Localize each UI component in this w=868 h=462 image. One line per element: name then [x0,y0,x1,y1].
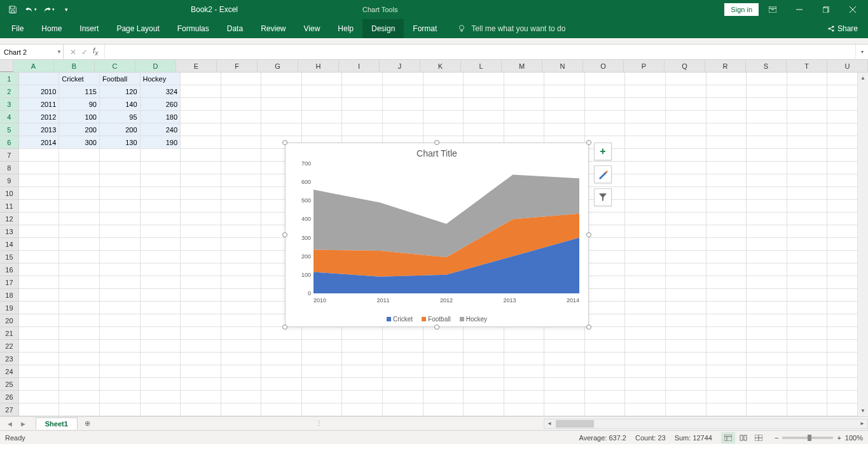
zoom-thumb[interactable] [808,435,811,441]
cell[interactable] [181,391,221,403]
cell[interactable] [302,365,343,378]
column-header[interactable]: O [583,60,624,72]
cell[interactable] [747,403,787,416]
cell[interactable] [504,111,545,123]
cell[interactable] [221,136,262,149]
cell[interactable] [585,263,626,276]
cell[interactable] [141,238,181,251]
cell[interactable] [504,365,545,378]
cell[interactable] [747,162,787,174]
column-header[interactable]: H [298,60,339,72]
cell[interactable] [585,289,626,302]
cell[interactable]: 100 [59,111,100,123]
cell[interactable] [544,391,585,403]
cell[interactable] [585,238,626,251]
cell[interactable] [141,149,181,162]
cell[interactable] [100,162,141,174]
cell[interactable] [302,123,343,136]
cell[interactable] [59,213,100,225]
cell[interactable] [666,238,706,251]
tab-format[interactable]: Format [404,19,446,38]
cell[interactable] [747,340,787,353]
undo-button[interactable]: ▾ [23,2,38,17]
zoom-in-button[interactable]: + [837,434,841,442]
cell[interactable]: 130 [100,136,141,149]
chart-object[interactable]: Chart Title 0100200300400500600700 20102… [285,143,589,327]
cell[interactable] [666,225,706,238]
cell[interactable] [706,365,747,378]
cell[interactable] [100,276,141,289]
cell[interactable] [625,149,666,162]
signin-button[interactable]: Sign in [724,3,759,16]
cell[interactable] [19,403,60,416]
minimize-button[interactable] [787,0,812,19]
cell[interactable] [464,340,504,353]
cell[interactable] [59,149,100,162]
cell[interactable] [706,213,747,225]
row-header[interactable]: 22 [0,340,19,353]
cell[interactable] [747,98,787,111]
cell[interactable] [625,213,666,225]
cell[interactable] [747,225,787,238]
redo-button[interactable]: ▾ [41,2,56,17]
cell[interactable] [706,149,747,162]
cell[interactable] [706,174,747,187]
cell[interactable] [666,327,706,340]
cell[interactable] [706,225,747,238]
column-header[interactable]: R [705,60,746,72]
cell[interactable] [625,174,666,187]
cell[interactable] [424,378,464,391]
cell[interactable] [787,289,828,302]
cell[interactable] [666,111,706,123]
cell[interactable] [787,174,828,187]
close-button[interactable] [840,0,865,19]
cell[interactable] [747,174,787,187]
cell[interactable] [585,403,626,416]
chevron-down-icon[interactable]: ▼ [57,49,62,55]
row-header[interactable]: 10 [0,187,19,200]
cell[interactable] [181,353,221,365]
row-header[interactable]: 11 [0,200,19,213]
cell[interactable] [544,327,585,340]
cell[interactable] [666,187,706,200]
cell[interactable] [141,340,181,353]
cell[interactable] [625,98,666,111]
cell[interactable] [261,327,302,340]
tab-insert[interactable]: Insert [71,19,107,38]
cell[interactable] [747,111,787,123]
cell[interactable] [181,238,221,251]
cell[interactable] [706,378,747,391]
cell[interactable]: 2012 [19,111,60,123]
cell[interactable] [141,327,181,340]
cell[interactable]: 260 [141,98,181,111]
cell[interactable] [221,391,262,403]
cell[interactable] [342,353,383,365]
cell[interactable] [787,111,828,123]
cell[interactable] [625,314,666,327]
cell[interactable] [383,403,424,416]
cell[interactable] [100,403,141,416]
cell[interactable] [181,340,221,353]
cell[interactable] [625,340,666,353]
cell[interactable] [261,391,302,403]
cell[interactable] [747,200,787,213]
cell[interactable] [59,162,100,174]
row-header[interactable]: 5 [0,123,19,136]
cell[interactable] [19,340,60,353]
row-header[interactable]: 14 [0,238,19,251]
cell[interactable] [221,162,262,174]
cell[interactable] [504,98,545,111]
cell[interactable] [625,123,666,136]
cell[interactable] [221,238,262,251]
sheet-tab-active[interactable]: Sheet1 [36,417,78,430]
cell[interactable] [625,403,666,416]
cell[interactable] [59,340,100,353]
cell[interactable] [464,327,504,340]
column-header[interactable]: C [95,60,135,72]
cell[interactable] [585,302,626,314]
cell[interactable] [625,327,666,340]
row-header[interactable]: 3 [0,98,19,111]
row-header[interactable]: 2 [0,85,19,98]
cell[interactable] [59,251,100,263]
cell[interactable] [666,200,706,213]
